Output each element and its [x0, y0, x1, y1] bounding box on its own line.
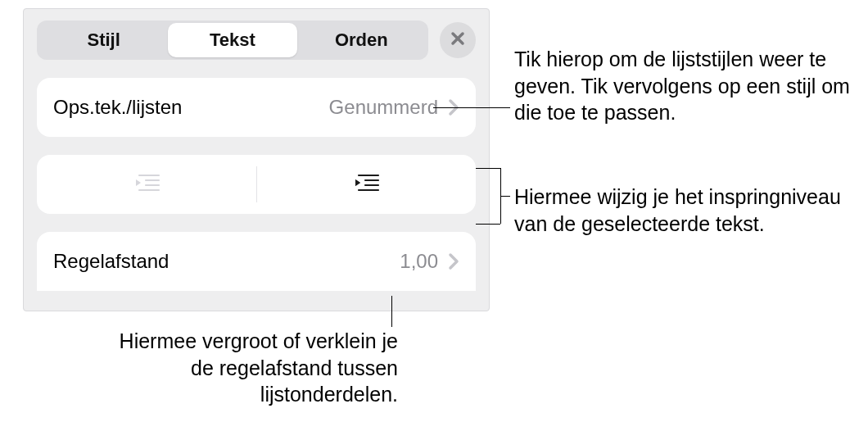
indent-icon — [352, 172, 380, 197]
leader-bracket-out — [500, 196, 510, 197]
line-spacing-label: Regelafstand — [53, 250, 400, 273]
callout-list-styles: Tik hierop om de lijststijlen weer te ge… — [514, 46, 866, 126]
bullets-lists-value: Genummerd — [329, 96, 438, 119]
leader-bracket-top — [476, 168, 500, 169]
bullets-lists-row[interactable]: Ops.tek./lijsten Genummerd — [37, 78, 476, 137]
tab-bar: Stijl Tekst Orden — [37, 20, 428, 60]
indent-row — [37, 155, 476, 214]
bullets-lists-label: Ops.tek./lijsten — [53, 96, 329, 119]
outdent-button[interactable] — [37, 155, 256, 214]
callout-spacing: Hiermee vergroot of verklein je de regel… — [110, 328, 398, 408]
leader-line — [391, 296, 392, 327]
close-icon — [450, 31, 465, 49]
close-button[interactable] — [440, 22, 476, 58]
tab-text[interactable]: Tekst — [168, 23, 296, 57]
leader-bracket-bottom — [476, 224, 500, 225]
indent-button[interactable] — [257, 155, 477, 214]
line-spacing-row[interactable]: Regelafstand 1,00 — [37, 232, 476, 291]
svg-marker-6 — [136, 179, 141, 186]
tab-style[interactable]: Stijl — [39, 23, 168, 57]
panel-header: Stijl Tekst Orden — [37, 20, 476, 60]
format-panel: Stijl Tekst Orden Ops.tek./lijsten Genum… — [23, 8, 490, 311]
chevron-right-icon — [448, 252, 459, 270]
svg-marker-13 — [355, 179, 360, 186]
line-spacing-value: 1,00 — [400, 250, 438, 273]
leader-line — [433, 107, 510, 108]
callout-indent: Hiermee wijzig je het inspringniveau van… — [514, 184, 858, 237]
tab-order[interactable]: Orden — [297, 23, 426, 57]
outdent-icon — [133, 172, 160, 197]
